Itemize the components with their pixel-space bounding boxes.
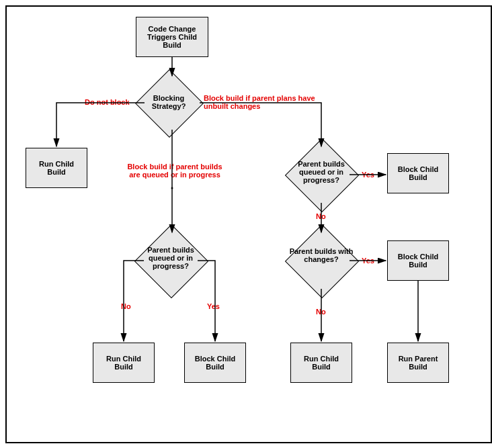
node-run-parent: Run Parent Build xyxy=(387,343,449,383)
node-start: Code Change Triggers Child Build xyxy=(136,17,208,57)
node-block-child-r2: Block Child Build xyxy=(387,240,449,281)
node-blocking-strategy xyxy=(135,69,204,138)
svg-point-2 xyxy=(171,187,173,189)
edge-label-yes1: Yes xyxy=(207,302,220,310)
node-label: Run Child Build xyxy=(96,355,151,371)
node-run-child-r: Run Child Build xyxy=(290,343,352,383)
edge-label-no3: No xyxy=(316,308,326,316)
node-parent-changes xyxy=(285,224,359,298)
node-block-child-r1: Block Child Build xyxy=(387,153,449,193)
node-parent-qp-right xyxy=(285,138,359,212)
node-run-child-left: Run Child Build xyxy=(26,148,87,188)
node-label: Block Child Build xyxy=(188,355,243,371)
node-block-child-mid: Block Child Build xyxy=(184,343,246,383)
node-label: Block Child Build xyxy=(391,165,446,181)
node-label: Block Child Build xyxy=(391,253,446,269)
edge-label-no1: No xyxy=(121,302,131,310)
node-parent-qp-left xyxy=(134,224,208,298)
edge-label-do-not-block: Do not block xyxy=(85,98,130,106)
edge-label-block-queued: Block build if parent builds are queued … xyxy=(121,163,229,179)
edge-label-yes2: Yes xyxy=(362,171,374,179)
node-run-child-mid1: Run Child Build xyxy=(93,343,155,383)
node-label: Run Child Build xyxy=(294,355,349,371)
edge-label-no2: No xyxy=(316,212,326,220)
flowchart-frame: Code Change Triggers Child Build Blockin… xyxy=(5,5,492,443)
node-label: Code Change Triggers Child Build xyxy=(139,25,205,49)
node-label: Run Parent Build xyxy=(391,355,446,371)
edge-label-yes3: Yes xyxy=(362,257,374,265)
node-label: Run Child Build xyxy=(29,160,84,176)
edge-label-block-unbuilt: Block build if parent plans have unbuilt… xyxy=(204,94,318,110)
